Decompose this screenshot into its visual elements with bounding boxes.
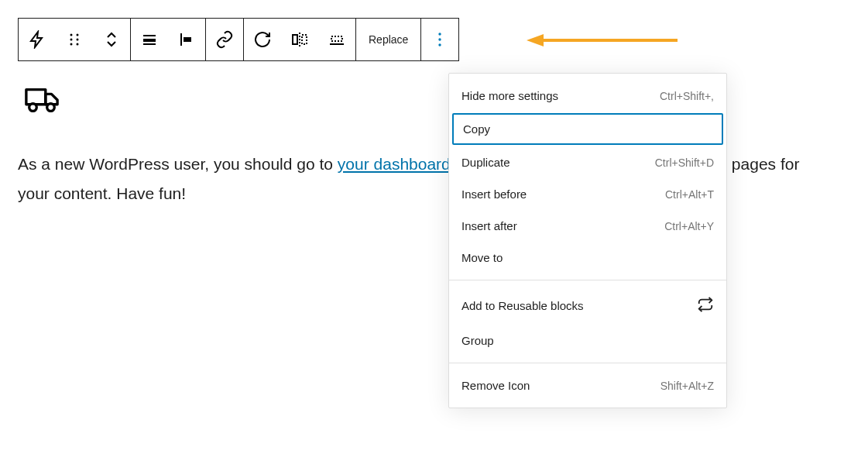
toolbar-group-link xyxy=(206,19,244,60)
svg-rect-19 xyxy=(26,90,46,105)
menu-section-2: Add to Reusable blocks Group xyxy=(449,280,726,363)
svg-rect-12 xyxy=(302,35,307,44)
rotate-button[interactable] xyxy=(244,19,281,60)
menu-item-label: Insert after xyxy=(461,219,517,232)
svg-point-16 xyxy=(439,43,441,46)
menu-item-group[interactable]: Group xyxy=(449,325,726,356)
menu-section-3: Remove Icon Shift+Alt+Z xyxy=(449,363,726,408)
menu-item-hide-settings[interactable]: Hide more settings Ctrl+Shift+, xyxy=(449,80,726,112)
svg-point-21 xyxy=(47,104,55,112)
toolbar-group-align xyxy=(131,19,206,60)
svg-point-0 xyxy=(70,34,73,36)
svg-rect-11 xyxy=(293,35,297,44)
align-button[interactable] xyxy=(131,19,168,60)
more-vertical-icon xyxy=(431,30,449,49)
more-options-dropdown: Hide more settings Ctrl+Shift+, Copy Dup… xyxy=(448,73,727,408)
more-options-button[interactable] xyxy=(421,19,458,60)
annotation-arrow-icon xyxy=(527,33,681,48)
svg-marker-18 xyxy=(527,34,544,46)
flip-button[interactable] xyxy=(281,19,318,60)
menu-item-label: Duplicate xyxy=(461,156,510,169)
flip-icon xyxy=(290,30,309,49)
svg-point-2 xyxy=(70,43,73,46)
svg-rect-13 xyxy=(331,36,342,41)
replace-label: Replace xyxy=(369,33,408,46)
block-toolbar: Replace xyxy=(18,18,459,61)
menu-item-insert-after[interactable]: Insert after Ctrl+Alt+Y xyxy=(449,210,726,242)
svg-point-20 xyxy=(29,104,37,112)
menu-item-label: Remove Icon xyxy=(461,379,530,392)
toolbar-group-transform xyxy=(244,19,356,60)
menu-item-label: Copy xyxy=(463,122,490,136)
loop-icon xyxy=(697,296,714,315)
svg-point-1 xyxy=(70,39,73,41)
svg-rect-7 xyxy=(143,39,156,42)
paragraph-text-before: As a new WordPress user, you should go t… xyxy=(18,155,338,173)
svg-rect-9 xyxy=(180,33,182,46)
menu-item-label: Move to xyxy=(461,251,503,264)
lightning-icon xyxy=(28,30,46,49)
menu-section-1: Hide more settings Ctrl+Shift+, Copy Dup… xyxy=(449,74,726,280)
menu-item-insert-before[interactable]: Insert before Ctrl+Alt+T xyxy=(449,178,726,210)
svg-point-5 xyxy=(77,43,79,46)
toolbar-group-block xyxy=(19,19,131,60)
menu-item-shortcut: Ctrl+Alt+Y xyxy=(664,220,714,232)
chevrons-updown-icon xyxy=(102,30,121,49)
menu-item-duplicate[interactable]: Duplicate Ctrl+Shift+D xyxy=(449,146,726,178)
justify-left-icon xyxy=(177,30,196,49)
menu-item-label: Hide more settings xyxy=(461,89,558,102)
menu-item-label: Insert before xyxy=(461,187,527,201)
menu-item-move-to[interactable]: Move to xyxy=(449,242,726,274)
svg-rect-6 xyxy=(143,35,156,36)
menu-item-remove[interactable]: Remove Icon Shift+Alt+Z xyxy=(449,370,726,401)
svg-rect-10 xyxy=(184,37,191,42)
replace-button[interactable]: Replace xyxy=(356,19,420,60)
align-icon xyxy=(140,30,159,49)
link-button[interactable] xyxy=(206,19,243,60)
menu-item-shortcut: Shift+Alt+Z xyxy=(660,380,714,392)
drag-handle-button[interactable] xyxy=(56,19,93,60)
menu-item-shortcut: Ctrl+Shift+, xyxy=(660,90,714,102)
menu-item-reusable[interactable]: Add to Reusable blocks xyxy=(449,287,726,325)
menu-item-label: Add to Reusable blocks xyxy=(461,299,584,312)
justify-button[interactable] xyxy=(168,19,205,60)
menu-item-copy[interactable]: Copy xyxy=(452,113,723,145)
svg-point-14 xyxy=(439,33,441,35)
svg-point-15 xyxy=(439,38,441,40)
svg-point-3 xyxy=(77,34,79,36)
svg-rect-8 xyxy=(143,43,156,45)
link-icon xyxy=(215,30,234,49)
dashboard-link[interactable]: your dashboard xyxy=(338,155,451,173)
menu-item-shortcut: Ctrl+Shift+D xyxy=(655,157,714,169)
toolbar-group-more xyxy=(421,19,458,60)
truck-icon xyxy=(24,84,60,115)
toolbar-group-replace: Replace xyxy=(356,19,421,60)
width-button[interactable] xyxy=(318,19,355,60)
rotate-icon xyxy=(253,30,272,49)
menu-item-label: Group xyxy=(461,334,494,347)
block-type-button[interactable] xyxy=(19,19,56,60)
move-updown-button[interactable] xyxy=(93,19,130,60)
menu-item-shortcut: Ctrl+Alt+T xyxy=(665,188,714,201)
width-icon xyxy=(328,30,346,49)
svg-point-4 xyxy=(77,39,79,41)
drag-icon xyxy=(65,30,84,49)
